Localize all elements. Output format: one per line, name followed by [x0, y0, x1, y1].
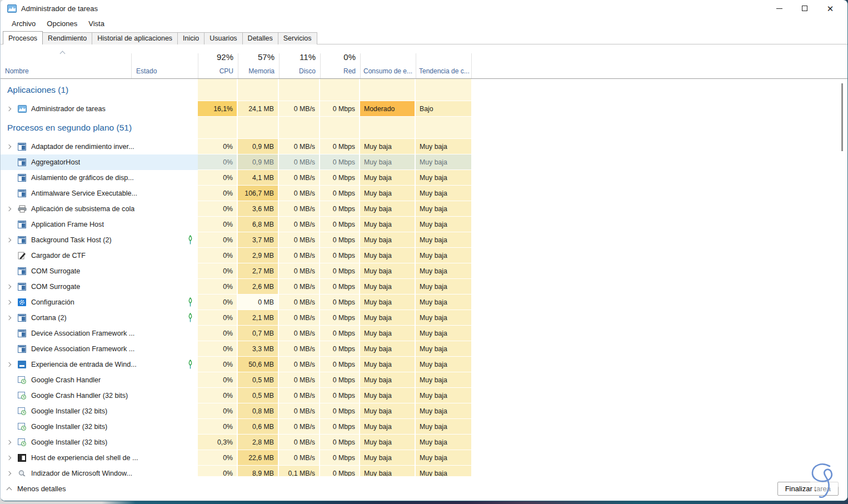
row-filler — [471, 435, 847, 450]
win-process-icon — [17, 220, 27, 229]
process-row[interactable]: Device Association Framework ...0%0,7 MB… — [1, 326, 847, 341]
row-filler — [471, 279, 847, 295]
tab-detalles[interactable]: Detalles — [242, 32, 278, 44]
process-row[interactable]: Experiencia de entrada de Wind...0%50,6 … — [1, 357, 847, 372]
tab-historial-de-aplicaciones[interactable]: Historial de aplicaciones — [92, 32, 178, 44]
column-header-nombre[interactable]: Nombre — [5, 67, 29, 75]
cpu-cell: 0% — [198, 326, 237, 341]
process-row[interactable]: Device Association Framework ...0%3,3 MB… — [1, 341, 847, 357]
process-row[interactable]: Background Task Host (2)0%3,7 MB0 MB/s0 … — [1, 232, 847, 248]
disk-cell: 0 MB/s — [279, 326, 319, 341]
menu-vista[interactable]: Vista — [83, 18, 110, 29]
disk-cell: 0 MB/s — [279, 201, 319, 217]
energy-cell: Muy baja — [360, 201, 415, 217]
menu-archivo[interactable]: Archivo — [6, 18, 41, 29]
process-name: Device Association Framework ... — [31, 330, 134, 337]
disk-cell: 0 MB/s — [279, 295, 319, 310]
process-row[interactable]: AggregatorHost0%0,9 MB0 MB/s0 MbpsMuy ba… — [1, 154, 847, 170]
expand-chevron-icon[interactable] — [5, 238, 17, 242]
process-row[interactable]: Aislamiento de gráficos de disp...0%4,1 … — [1, 170, 847, 186]
expand-chevron-icon[interactable] — [5, 207, 17, 211]
column-header-disco[interactable]: Disco — [279, 67, 316, 75]
trend-cell: Muy baja — [416, 154, 471, 170]
process-row[interactable]: Configuración0%0 MB0 MB/s0 MbpsMuy bajaM… — [1, 295, 847, 310]
tab-usuarios[interactable]: Usuarios — [204, 32, 242, 44]
cpu-cell: 16,1% — [198, 101, 237, 117]
title-bar: Administrador de tareas ✕ — [1, 0, 847, 17]
process-row[interactable]: Aplicación de subsistema de cola0%3,6 MB… — [1, 201, 847, 217]
minimize-button[interactable] — [766, 1, 792, 16]
expand-chevron-icon[interactable] — [5, 441, 17, 444]
net-cell: 0 Mbps — [320, 154, 359, 170]
net-cell: 0 Mbps — [320, 310, 359, 326]
process-row[interactable]: Antimalware Service Executable...0%106,7… — [1, 186, 847, 201]
process-row[interactable]: Administrador de tareas16,1%24,1 MB0 MB/… — [1, 101, 847, 117]
row-filler — [471, 170, 847, 186]
less-details-toggle[interactable]: Menos detalles — [7, 485, 66, 493]
net-cell — [320, 117, 359, 139]
expand-chevron-icon[interactable] — [5, 456, 17, 460]
column-header-red[interactable]: Red — [320, 67, 356, 75]
expand-chevron-icon[interactable] — [5, 145, 17, 148]
win-process-icon — [17, 267, 27, 276]
vertical-scrollbar-thumb[interactable] — [841, 83, 843, 151]
expand-chevron-icon[interactable] — [5, 316, 17, 320]
row-filler — [471, 310, 847, 326]
mem-cell: 0,5 MB — [238, 372, 278, 388]
disk-cell: 0 MB/s — [279, 101, 319, 117]
process-row[interactable]: Cargador de CTF0%2,9 MB0 MB/s0 MbpsMuy b… — [1, 248, 847, 263]
tab-rendimiento[interactable]: Rendimiento — [42, 32, 92, 44]
printer-process-icon — [17, 204, 27, 213]
mem-cell: 0,9 MB — [238, 154, 278, 170]
trend-cell: Muy baja — [416, 326, 471, 341]
tab-inicio[interactable]: Inicio — [177, 32, 204, 44]
maximize-button[interactable] — [792, 1, 817, 16]
expand-chevron-icon[interactable] — [5, 107, 17, 111]
name-cell: Application Frame Host — [1, 217, 198, 232]
end-task-button[interactable]: Finalizar tarea — [777, 482, 839, 496]
cpu-cell: 0% — [198, 263, 237, 279]
process-row[interactable]: Google Crash Handler0%0,5 MB0 MB/s0 Mbps… — [1, 372, 847, 388]
name-cell: Device Association Framework ... — [1, 341, 198, 357]
process-name: AggregatorHost — [31, 158, 80, 166]
process-row[interactable]: Google Installer (32 bits)0%0,6 MB0 MB/s… — [1, 419, 847, 435]
section-label: Procesos en segundo plano (51) — [5, 123, 132, 133]
row-filler — [471, 101, 847, 117]
column-header-consumo[interactable]: Consumo de e... — [363, 67, 412, 75]
column-header-tendencia[interactable]: Tendencia de c... — [419, 67, 470, 75]
process-row[interactable]: Adaptador de rendimiento inver...0%0,9 M… — [1, 139, 847, 154]
expand-chevron-icon[interactable] — [5, 363, 17, 366]
name-cell: Experiencia de entrada de Wind... — [1, 357, 198, 372]
column-header-cpu[interactable]: CPU — [198, 67, 233, 75]
row-filler — [471, 232, 847, 248]
energy-cell — [360, 79, 415, 101]
disk-cell: 0 MB/s — [279, 435, 319, 450]
process-row[interactable]: Google Installer (32 bits)0,3%2,8 MB0 MB… — [1, 435, 847, 450]
trend-cell: Muy baja — [416, 341, 471, 357]
expand-chevron-icon[interactable] — [5, 301, 17, 304]
energy-cell: Muy baja — [360, 450, 415, 466]
close-button[interactable]: ✕ — [817, 1, 843, 16]
tab-procesos[interactable]: Procesos — [3, 31, 43, 44]
energy-cell: Muy baja — [360, 295, 415, 310]
process-row[interactable]: COM Surrogate0%2,6 MB0 MB/s0 MbpsMuy baj… — [1, 279, 847, 295]
process-row[interactable]: Cortana (2)0%2,1 MB0 MB/s0 MbpsMuy bajaM… — [1, 310, 847, 326]
section-row[interactable]: Procesos en segundo plano (51) — [1, 117, 847, 139]
expand-chevron-icon[interactable] — [5, 285, 17, 288]
column-header-estado[interactable]: Estado — [136, 67, 157, 75]
process-row[interactable]: COM Surrogate0%2,7 MB0 MB/s0 MbpsMuy baj… — [1, 263, 847, 279]
name-cell: AggregatorHost — [1, 154, 198, 170]
menu-opciones[interactable]: Opciones — [41, 18, 83, 29]
process-row[interactable]: Application Frame Host0%6,8 MB0 MB/s0 Mb… — [1, 217, 847, 232]
cpu-cell: 0% — [198, 232, 237, 248]
process-row[interactable]: Google Crash Handler (32 bits)0%0,5 MB0 … — [1, 388, 847, 403]
cpu-total-percent: 92% — [198, 52, 233, 62]
section-row[interactable]: Aplicaciones (1) — [1, 79, 847, 101]
tab-servicios[interactable]: Servicios — [278, 32, 317, 44]
expand-chevron-icon[interactable] — [5, 472, 17, 475]
energy-cell: Muy baja — [360, 388, 415, 403]
column-header-memoria[interactable]: Memoria — [238, 67, 275, 75]
process-row[interactable]: Host de experiencia del shell de ...0%22… — [1, 450, 847, 466]
mem-cell: 0 MB — [238, 295, 278, 310]
process-row[interactable]: Google Installer (32 bits)0%0,8 MB0 MB/s… — [1, 403, 847, 419]
